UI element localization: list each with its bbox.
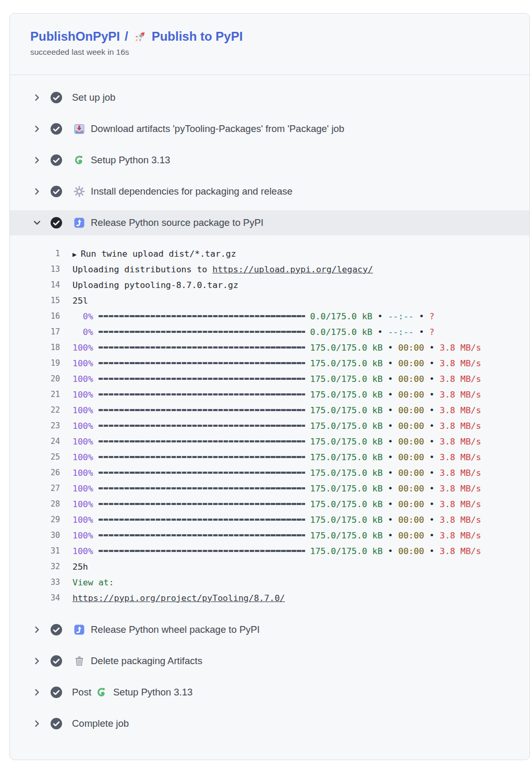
log-text: •	[383, 390, 398, 400]
chevron-right-icon[interactable]	[33, 719, 41, 728]
log-line-number[interactable]: 25	[10, 452, 60, 462]
log-line-content: 100% 175.0/175.0 kB • 00:00 • 3.8 MB/s	[72, 437, 481, 447]
log-line-number[interactable]: 16	[10, 311, 60, 321]
chevron-right-icon[interactable]	[33, 187, 41, 196]
step-install-dependencies[interactable]: Install dependencies for packaging and r…	[10, 176, 529, 207]
log-text: •	[383, 343, 398, 353]
log-text: 25h	[72, 562, 88, 572]
log-line-number[interactable]: 15	[10, 296, 60, 305]
log-link[interactable]: https://pypi.org/project/pyTooling/8.7.0…	[72, 593, 285, 603]
step-download-artifacts[interactable]: Download artifacts 'pyTooling-Packages' …	[10, 113, 529, 145]
log-text: 0.0/175.0 kB	[305, 311, 372, 321]
log-line-number[interactable]: 26	[10, 468, 60, 477]
log-line: 13Uploading distributions to https://upl…	[10, 261, 529, 277]
chevron-right-icon[interactable]	[33, 93, 41, 102]
log-text: 175.0/175.0 kB	[305, 499, 383, 509]
log-line-number[interactable]: 32	[10, 562, 60, 571]
title-separator: /	[125, 28, 128, 45]
log-line-number[interactable]: 30	[10, 531, 60, 540]
log-line-number[interactable]: 31	[10, 546, 60, 556]
snake-icon	[96, 687, 107, 698]
log-text: 175.0/175.0 kB	[305, 358, 383, 368]
log-text: 0%	[72, 311, 99, 321]
log-text: •	[383, 546, 398, 556]
log-line-number[interactable]: 14	[10, 280, 60, 290]
chevron-right-icon[interactable]	[33, 626, 41, 634]
log-line: 19100% 175.0/175.0 kB • 00:00 • 3.8 MB/s	[10, 355, 529, 371]
log-text: 100%	[72, 405, 99, 415]
success-check-icon	[50, 686, 63, 699]
log-line-content: View at:	[72, 578, 114, 587]
log-text: •	[424, 374, 440, 384]
log-text: 00:00	[398, 515, 425, 525]
log-line: 30100% 175.0/175.0 kB • 00:00 • 3.8 MB/s	[10, 527, 529, 543]
log-line-number[interactable]: 23	[10, 421, 60, 430]
step-release-source-expanded[interactable]: Release Python source package to PyPI	[10, 210, 529, 235]
log-text: 00:00	[398, 374, 425, 384]
log-text: View at:	[72, 578, 114, 587]
log-line-number[interactable]: 19	[10, 358, 60, 368]
log-line: 34https://pypi.org/project/pyTooling/8.7…	[10, 590, 529, 606]
log-text: --:--	[388, 327, 414, 337]
success-check-icon	[50, 717, 63, 730]
step-setup-python[interactable]: Setup Python 3.13	[10, 145, 529, 176]
log-text: •	[424, 358, 440, 368]
log-line-number[interactable]: 34	[10, 593, 60, 603]
log-line: 26100% 175.0/175.0 kB • 00:00 • 3.8 MB/s	[10, 465, 529, 480]
log-line-number[interactable]: 24	[10, 437, 60, 446]
log-line-number[interactable]: 18	[10, 343, 60, 352]
log-text: 175.0/175.0 kB	[305, 421, 383, 431]
log-text: 3.8 MB/s	[440, 405, 481, 415]
log-text: 25l	[72, 296, 88, 306]
step-complete-job[interactable]: Complete job	[10, 708, 529, 739]
progress-bar	[99, 315, 305, 317]
step-pre-label: Post	[72, 687, 91, 698]
step-list: Set up job Download artifacts 'pyTooling…	[10, 75, 529, 739]
log-line-content: 100% 175.0/175.0 kB • 00:00 • 3.8 MB/s	[72, 405, 481, 415]
chevron-down-icon[interactable]	[33, 219, 41, 227]
step-set-up-job[interactable]: Set up job	[10, 82, 529, 113]
log-line-number[interactable]: 28	[10, 499, 60, 509]
log-text: 00:00	[398, 437, 425, 447]
log-line-number[interactable]: 21	[10, 390, 60, 399]
step-delete-artifacts[interactable]: Delete packaging Artifacts	[10, 645, 529, 677]
log-text: 100%	[72, 452, 99, 462]
chevron-right-icon[interactable]	[33, 125, 41, 133]
wastebasket-icon	[74, 655, 85, 667]
chevron-right-icon[interactable]	[33, 688, 41, 696]
step-release-wheel[interactable]: Release Python wheel package to PyPI	[10, 614, 529, 645]
success-check-icon	[50, 217, 63, 229]
run-status: succeeded last week in 16s	[30, 47, 529, 57]
progress-bar	[99, 519, 305, 521]
success-check-icon	[50, 91, 63, 104]
gear-icon	[74, 186, 85, 197]
log-line: 22100% 175.0/175.0 kB • 00:00 • 3.8 MB/s	[10, 402, 529, 418]
log-text: 175.0/175.0 kB	[305, 468, 383, 478]
log-line-number[interactable]: 29	[10, 515, 60, 524]
progress-bar	[99, 456, 305, 458]
command-toggle-icon[interactable]: ▶	[72, 250, 81, 258]
log-line-number[interactable]: 22	[10, 405, 60, 415]
log-line: 33View at:	[10, 574, 529, 590]
log-line-number[interactable]: 17	[10, 327, 60, 337]
log-text: 175.0/175.0 kB	[305, 437, 383, 447]
log-text: •	[424, 531, 440, 540]
log-line-number[interactable]: 13	[10, 265, 60, 274]
log-line: 20100% 175.0/175.0 kB • 00:00 • 3.8 MB/s	[10, 371, 529, 387]
log-line-number[interactable]: 33	[10, 578, 60, 587]
log-line-number[interactable]: 20	[10, 374, 60, 383]
log-text: 3.8 MB/s	[440, 515, 481, 525]
step-post-setup-python[interactable]: Post Setup Python 3.13	[10, 677, 529, 708]
chevron-right-icon[interactable]	[33, 657, 41, 665]
log-link[interactable]: https://upload.pypi.org/legacy/	[212, 265, 373, 274]
chevron-right-icon[interactable]	[33, 156, 41, 164]
log-line-number[interactable]: 27	[10, 484, 60, 493]
progress-bar	[99, 487, 305, 489]
progress-bar	[99, 393, 305, 395]
log-text: 175.0/175.0 kB	[305, 374, 383, 384]
log-line: 27100% 175.0/175.0 kB • 00:00 • 3.8 MB/s	[10, 480, 529, 496]
step-label: Set up job	[72, 92, 115, 103]
log-text: 00:00	[398, 546, 425, 556]
log-line-content: 100% 175.0/175.0 kB • 00:00 • 3.8 MB/s	[72, 468, 481, 478]
log-line-number[interactable]: 1	[10, 249, 60, 258]
